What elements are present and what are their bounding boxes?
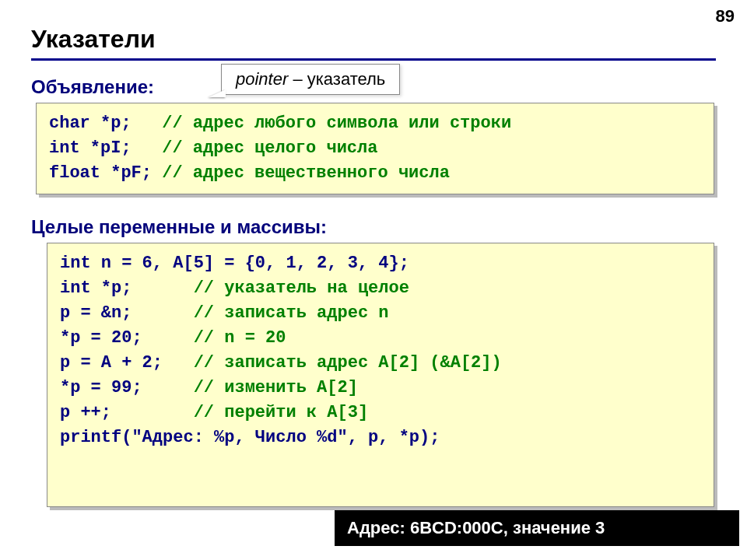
code-comment: // записать адрес A[2] (&A[2]) — [194, 353, 502, 373]
callout-box: pointer – указатель — [221, 64, 400, 95]
code-comment: // записать адрес n — [194, 303, 389, 323]
code-line: printf("Адрес: %p, Число %d", p, *p); — [60, 428, 440, 447]
output-box: Адрес: 6BCD:000C, значение 3 — [335, 510, 739, 546]
code-comment: // изменить A[2] — [194, 378, 358, 397]
code-line: int *p; — [60, 278, 194, 298]
section-declaration-label: Объявление: — [31, 76, 154, 98]
code-comment: // n = 20 — [194, 328, 286, 348]
code-block-declaration: char *p; // адрес любого символа или стр… — [36, 103, 714, 194]
section-arrays-label: Целые переменные и массивы: — [31, 216, 327, 238]
code-comment: // указатель на целое — [194, 278, 409, 298]
code-comment: // адрес целого числа — [162, 138, 377, 158]
code-line: *p = 20; — [60, 328, 194, 348]
code-line: char *p; — [49, 114, 162, 133]
code-line: float *pF; — [49, 163, 162, 183]
code-comment: // адрес любого символа или строки — [162, 114, 511, 133]
code-line: int n = 6, A[5] = {0, 1, 2, 3, 4}; — [60, 254, 409, 273]
code-block-arrays: int n = 6, A[5] = {0, 1, 2, 3, 4}; int *… — [47, 243, 714, 507]
code-line: p ++; — [60, 403, 194, 422]
code-line: int *pI; — [49, 138, 162, 158]
code-comment: // адрес вещественного числа — [162, 163, 450, 183]
code-comment: // перейти к A[3] — [194, 403, 368, 422]
code-line: p = A + 2; — [60, 353, 194, 373]
code-line: *p = 99; — [60, 378, 194, 397]
page-title: Указатели — [31, 25, 716, 61]
callout-tail — [209, 89, 226, 97]
code-line: p = &n; — [60, 303, 194, 323]
callout-em: pointer — [236, 69, 288, 89]
callout-rest: – указатель — [288, 69, 385, 89]
page-number: 89 — [716, 6, 735, 26]
